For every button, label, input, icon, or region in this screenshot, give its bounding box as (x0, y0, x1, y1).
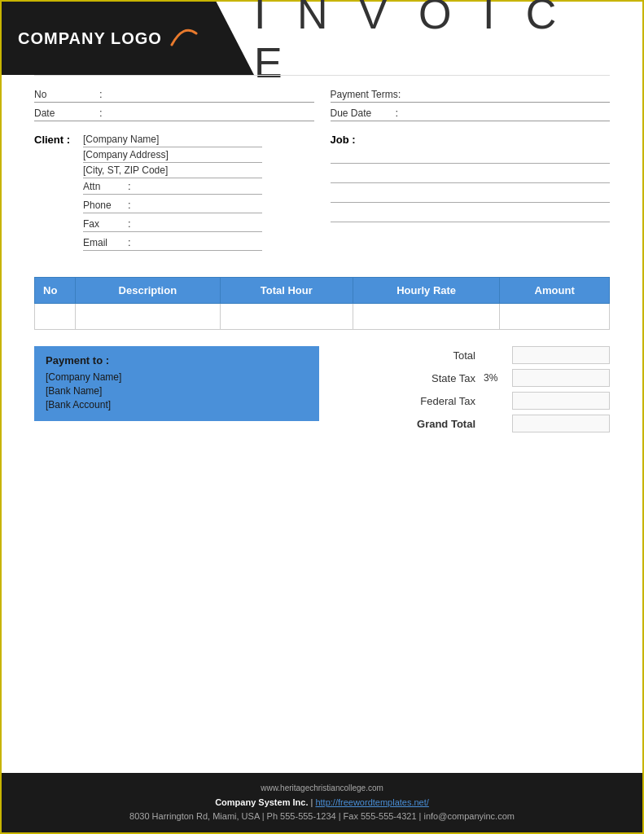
date-colon: : (99, 107, 103, 119)
client-company-address: [Company Address] (83, 149, 262, 163)
no-field-row: No : (34, 88, 314, 103)
total-label: Total (378, 349, 475, 362)
client-fax-row: Fax : (83, 217, 262, 232)
payment-box: Payment to : [Company Name] [Bank Name] … (34, 346, 319, 421)
federal-tax-label: Federal Tax (378, 395, 475, 407)
logo-arc-icon (169, 30, 198, 46)
attn-label: Attn (83, 181, 128, 192)
email-colon: : (128, 236, 131, 248)
client-label: Client : (34, 134, 83, 146)
footer-company-info: Company System Inc. | http://freewordtem… (18, 796, 626, 810)
date-label: Date (34, 108, 99, 119)
logo-label: COMPANY LOGO (18, 29, 162, 48)
job-lines (331, 149, 611, 222)
email-label: Email (83, 237, 128, 248)
header: COMPANY LOGO I N V O I C E (2, 2, 642, 75)
col-hourly-rate: Hourly Rate (353, 278, 499, 304)
payment-terms-field-row: Payment Terms : (331, 88, 611, 103)
grand-total-label: Grand Total (378, 418, 475, 430)
grand-total-value-box (512, 415, 610, 432)
client-phone-row: Phone : (83, 199, 262, 213)
table-body (35, 304, 610, 330)
job-line-3 (331, 188, 611, 203)
row-description (76, 304, 221, 330)
federal-tax-row: Federal Tax (335, 392, 610, 410)
job-line-2 (331, 169, 611, 183)
client-email-row: Email : (83, 236, 262, 251)
footer-company-name: Company System Inc. (215, 797, 308, 807)
totals-section: Total State Tax 3% Federal Tax Grand Tot… (335, 346, 610, 432)
col-total-hour: Total Hour (220, 278, 353, 304)
client-header: Client : [Company Name] [Company Address… (34, 134, 314, 253)
job-line-4 (331, 208, 611, 222)
state-tax-pct: 3% (484, 372, 504, 384)
payment-title: Payment to : (46, 354, 308, 367)
state-tax-label: State Tax (378, 372, 475, 384)
col-description: Description (76, 278, 221, 304)
state-tax-row: State Tax 3% (335, 369, 610, 387)
footer-address-line: 8030 Harrington Rd, Miami, USA | Ph 555-… (18, 810, 626, 824)
client-job-section: Client : [Company Name] [Company Address… (34, 134, 610, 257)
client-attn-row: Attn : (83, 180, 262, 195)
footer-email: info@companyinc.com (424, 811, 515, 821)
table-row (35, 304, 610, 330)
bottom-section: Payment to : [Company Name] [Bank Name] … (2, 338, 642, 441)
attn-colon: : (128, 180, 131, 192)
fax-colon: : (128, 217, 131, 230)
due-date-label: Due Date (331, 108, 396, 119)
footer-phone: Ph 555-555-1234 (267, 811, 336, 821)
payment-terms-label: Payment Terms (331, 89, 398, 100)
footer-website-text: www.heritagechristiancollege.com (261, 784, 383, 792)
job-header: Job : (331, 134, 611, 146)
table-section: No Description Total Hour Hourly Rate Am… (2, 273, 642, 338)
payment-terms-colon: : (398, 88, 401, 100)
no-colon: : (99, 88, 103, 100)
due-date-colon: : (396, 107, 399, 119)
footer-website-link[interactable]: http://freewordtemplates.net/ (315, 797, 428, 807)
payment-company-name: [Company Name] (46, 371, 308, 383)
total-value-box (512, 346, 610, 364)
invoice-title-section: I N V O I C E (254, 2, 642, 75)
job-section: Job : (331, 134, 611, 257)
fax-label: Fax (83, 218, 128, 230)
due-date-field-row: Due Date : (331, 107, 611, 121)
client-company-name: [Company Name] (83, 134, 262, 147)
logo-section: COMPANY LOGO (2, 2, 254, 75)
right-fields: Payment Terms : Due Date : (331, 88, 611, 125)
top-fields: No : Date : Payment Terms : Due Date (34, 88, 610, 125)
federal-tax-value-box (512, 392, 610, 410)
row-no (35, 304, 76, 330)
payment-bank-name: [Bank Name] (46, 385, 308, 397)
logo-text: COMPANY LOGO (18, 29, 198, 48)
phone-colon: : (128, 199, 131, 211)
phone-label: Phone (83, 200, 128, 211)
total-row: Total (335, 346, 610, 364)
form-area: No : Date : Payment Terms : Due Date (2, 76, 642, 273)
col-amount: Amount (500, 278, 610, 304)
payment-bank-account: [Bank Account] (46, 399, 308, 410)
invoice-title: I N V O I C E (254, 0, 618, 87)
client-city-state-zip: [City, ST, ZIP Code] (83, 165, 262, 178)
state-tax-value-box (512, 369, 610, 387)
table-header: No Description Total Hour Hourly Rate Am… (35, 278, 610, 304)
row-hourly-rate (353, 304, 499, 330)
invoice-table: No Description Total Hour Hourly Rate Am… (34, 277, 610, 330)
row-amount (500, 304, 610, 330)
job-label: Job : (331, 134, 356, 146)
col-no: No (35, 278, 76, 304)
grand-total-row: Grand Total (335, 415, 610, 432)
table-header-row: No Description Total Hour Hourly Rate Am… (35, 278, 610, 304)
date-field-row: Date : (34, 107, 314, 121)
no-label: No (34, 89, 99, 100)
client-section: Client : [Company Name] [Company Address… (34, 134, 314, 257)
footer-website: www.heritagechristiancollege.com (18, 781, 626, 796)
row-total-hour (220, 304, 353, 330)
footer-address: 8030 Harrington Rd, Miami, USA (129, 811, 260, 821)
footer-fax: Fax 555-555-4321 (344, 811, 417, 821)
left-fields: No : Date : (34, 88, 314, 125)
client-details: [Company Name] [Company Address] [City, … (83, 134, 262, 253)
footer: www.heritagechristiancollege.com Company… (2, 773, 642, 832)
job-line-1 (331, 149, 611, 164)
